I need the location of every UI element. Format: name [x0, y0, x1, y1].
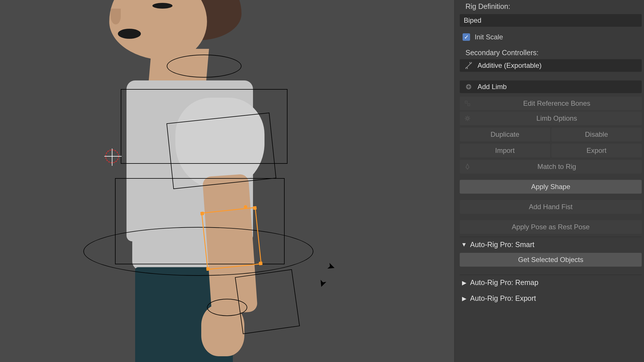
normal-arrow-icon: ➤	[317, 279, 329, 289]
add-limb-button[interactable]: Add Limb	[460, 80, 642, 93]
character-nose	[111, 9, 121, 24]
disclosure-down-icon: ▼	[461, 241, 467, 248]
bone-handle[interactable]	[259, 261, 262, 265]
rig-definition-value: Biped	[464, 16, 481, 24]
rig-definition-label: Rig Definition:	[460, 0, 642, 13]
secondary-controllers-label: Secondary Controllers:	[460, 46, 642, 58]
export-button[interactable]: Export	[551, 144, 642, 157]
init-scale-checkbox[interactable]: ✓	[463, 33, 470, 41]
disclosure-right-icon: ▶	[461, 279, 467, 286]
svg-rect-2	[468, 104, 470, 106]
rig-definition-dropdown[interactable]: Biped	[460, 14, 642, 27]
import-label: Import	[495, 147, 515, 155]
properties-panel: Rig Definition: Biped ✓ Init Scale Secon…	[454, 0, 644, 362]
gear-icon	[463, 115, 472, 122]
export-label: Export	[586, 147, 606, 155]
add-limb-label: Add Limb	[478, 83, 507, 91]
armature-icon	[463, 163, 472, 170]
get-selected-objects-button[interactable]: Get Selected Objects	[460, 253, 642, 267]
bone-ring-wrist[interactable]	[207, 299, 247, 316]
plus-circle-icon	[464, 84, 474, 90]
duplicate-button[interactable]: Duplicate	[460, 128, 550, 141]
bone-ring-pelvis[interactable]	[83, 227, 313, 276]
bone-ring-neck[interactable]	[167, 55, 241, 78]
disable-label: Disable	[585, 130, 608, 138]
viewport-scene: ➤ ➤	[0, 0, 454, 362]
limb-options-label: Limb Options	[476, 114, 638, 122]
bone-box-shoulder[interactable]	[166, 113, 276, 189]
match-to-rig-button[interactable]: Match to Rig	[460, 160, 642, 174]
normal-arrow-icon: ➤	[326, 261, 336, 272]
add-hand-fist-button[interactable]: Add Hand Fist	[460, 200, 642, 214]
character-mouth	[118, 29, 141, 39]
section-remap-title: Auto-Rig Pro: Remap	[470, 278, 538, 287]
apply-pose-rest-button[interactable]: Apply Pose as Rest Pose	[460, 220, 642, 234]
apply-pose-rest-label: Apply Pose as Rest Pose	[512, 223, 590, 231]
section-export-title: Auto-Rig Pro: Export	[470, 294, 536, 303]
import-button[interactable]: Import	[460, 144, 550, 157]
section-remap-header[interactable]: ▶ Auto-Rig Pro: Remap	[460, 275, 642, 290]
apply-shape-label: Apply Shape	[531, 183, 570, 191]
limb-options-button[interactable]: Limb Options	[460, 111, 642, 125]
character-eye	[152, 3, 172, 9]
secondary-controllers-dropdown[interactable]: Additive (Exportable)	[460, 59, 642, 72]
cursor-3d-icon	[105, 149, 119, 163]
bone-handle[interactable]	[200, 212, 204, 215]
edit-bones-icon	[463, 100, 472, 107]
init-scale-label: Init Scale	[475, 33, 503, 41]
get-selected-objects-label: Get Selected Objects	[518, 256, 583, 264]
edit-reference-bones-button[interactable]: Edit Reference Bones	[460, 97, 642, 110]
disclosure-right-icon: ▶	[461, 295, 467, 302]
bone-icon	[464, 62, 474, 69]
svg-rect-1	[465, 101, 467, 103]
disable-button[interactable]: Disable	[551, 128, 642, 141]
apply-shape-button[interactable]: Apply Shape	[460, 180, 642, 194]
secondary-controllers-value: Additive (Exportable)	[478, 61, 542, 70]
section-smart-title: Auto-Rig Pro: Smart	[470, 240, 534, 249]
match-to-rig-label: Match to Rig	[476, 163, 638, 171]
edit-reference-bones-label: Edit Reference Bones	[476, 99, 638, 107]
section-export-header[interactable]: ▶ Auto-Rig Pro: Export	[460, 291, 642, 305]
section-smart-header[interactable]: ▼ Auto-Rig Pro: Smart	[460, 237, 642, 252]
svg-point-3	[466, 117, 468, 119]
bone-origin-dot[interactable]	[244, 205, 247, 209]
add-hand-fist-label: Add Hand Fist	[529, 203, 572, 211]
selected-bone-forearm[interactable]	[201, 207, 262, 270]
bone-box-hand[interactable]	[235, 269, 300, 334]
duplicate-label: Duplicate	[490, 130, 519, 138]
3d-viewport[interactable]: ➤ ➤	[0, 0, 454, 362]
bone-handle[interactable]	[253, 206, 257, 210]
bone-handle[interactable]	[206, 267, 210, 271]
